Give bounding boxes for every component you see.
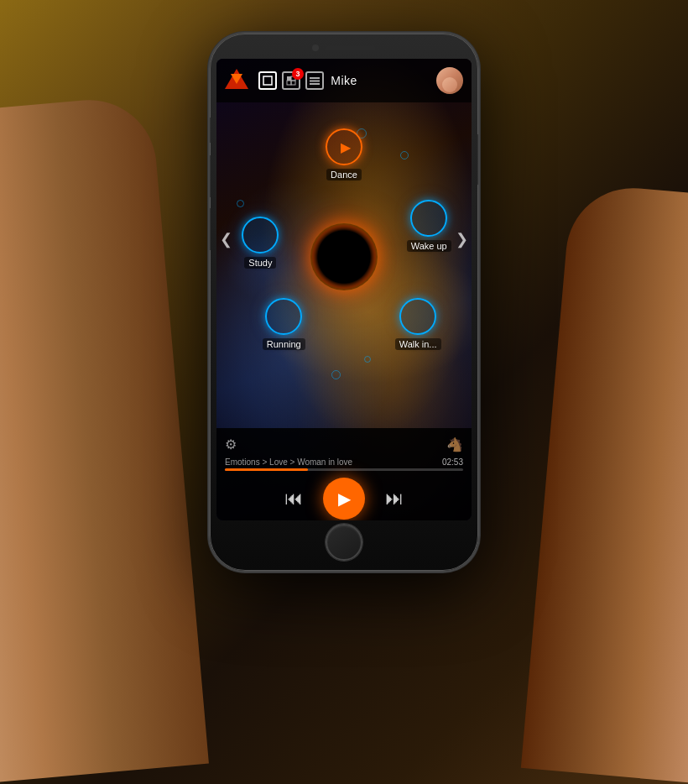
nav-arrow-left[interactable]: ❮ <box>220 230 232 248</box>
header-username: Mike <box>331 74 357 87</box>
phone-screen: 3 Mike <box>216 59 472 520</box>
phone-shell: 3 Mike <box>210 34 478 571</box>
camera-dot <box>312 44 319 51</box>
node-running-circle <box>265 298 302 335</box>
node-wakeup[interactable]: Wake up <box>407 200 451 252</box>
svg-rect-0 <box>263 76 272 85</box>
node-walkin-label: Walk in... <box>395 338 441 350</box>
node-dance-label: Dance <box>326 169 362 180</box>
node-walkin-circle <box>399 298 436 335</box>
phone-wrapper: 3 Mike <box>210 34 478 571</box>
black-hole-ring <box>310 223 378 290</box>
bottom-icons-row: ⚙ 🐴 <box>216 431 472 452</box>
node-running-label: Running <box>263 338 305 350</box>
node-study-label: Study <box>244 257 276 269</box>
app-logo <box>225 69 248 92</box>
silent-button[interactable] <box>210 118 211 143</box>
hand-left <box>0 95 209 784</box>
progress-section: Emotions > Love > Woman in love 02:53 <box>216 452 472 468</box>
scene: 3 Mike <box>0 0 688 784</box>
avatar-head <box>442 77 457 92</box>
playback-controls: ⏮ ▶ ⏭ <box>216 478 472 520</box>
svg-rect-6 <box>310 81 320 82</box>
track-path: Emotions > Love > Woman in love <box>225 457 437 467</box>
power-button[interactable] <box>477 134 478 185</box>
deco-dot-3 <box>237 200 244 207</box>
node-study-circle <box>242 217 279 253</box>
svg-rect-4 <box>291 81 295 85</box>
user-avatar[interactable] <box>436 67 463 94</box>
header-icons: 3 <box>258 71 324 90</box>
node-dance[interactable]: ▶ Dance <box>326 128 362 180</box>
app-header: 3 Mike <box>216 59 472 102</box>
deco-dot-4 <box>364 356 371 363</box>
speaker-bar <box>326 46 376 50</box>
deco-dot-2 <box>400 151 409 159</box>
node-dance-circle: ▶ <box>326 128 362 165</box>
svg-rect-3 <box>287 81 291 85</box>
node-wakeup-label: Wake up <box>407 240 451 252</box>
node-wakeup-circle <box>410 200 447 237</box>
track-time: 02:53 <box>442 457 463 467</box>
view-toggle-icon-2[interactable]: 3 <box>282 71 300 90</box>
node-running[interactable]: Running <box>263 298 305 350</box>
notification-badge: 3 <box>292 68 304 80</box>
home-button[interactable] <box>326 524 362 561</box>
black-hole <box>310 223 378 290</box>
bottom-bar: ⚙ 🐴 Emotions > Love > Woman in love 02:5… <box>216 428 472 520</box>
node-study[interactable]: Study <box>242 217 279 269</box>
progress-bar-fill <box>225 468 308 471</box>
next-button[interactable]: ⏭ <box>385 488 404 510</box>
deco-dot-5 <box>331 370 341 379</box>
map-label: My map by Mike <box>216 520 472 520</box>
logo-inner <box>231 74 242 84</box>
nav-arrow-right[interactable]: ❯ <box>456 230 468 248</box>
view-toggle-icon-1[interactable] <box>258 71 277 90</box>
prev-button[interactable]: ⏮ <box>284 488 303 510</box>
play-button[interactable]: ▶ <box>323 478 365 520</box>
svg-rect-7 <box>310 83 320 85</box>
play-icon: ▶ <box>341 139 351 155</box>
phone-top-bar <box>294 42 394 54</box>
volume-down-button[interactable] <box>210 208 211 250</box>
svg-rect-5 <box>310 77 320 79</box>
settings-icon[interactable]: ⚙ <box>225 436 237 452</box>
nodes-container: ▶ Dance Study Wake up <box>216 102 472 428</box>
hand-right <box>521 182 688 784</box>
progress-bar[interactable] <box>225 468 463 471</box>
node-walkin[interactable]: Walk in... <box>395 298 441 350</box>
volume-up-button[interactable] <box>210 155 211 197</box>
horse-icon[interactable]: 🐴 <box>446 436 463 452</box>
svg-rect-1 <box>287 76 291 81</box>
view-toggle-icon-3[interactable] <box>305 71 324 90</box>
